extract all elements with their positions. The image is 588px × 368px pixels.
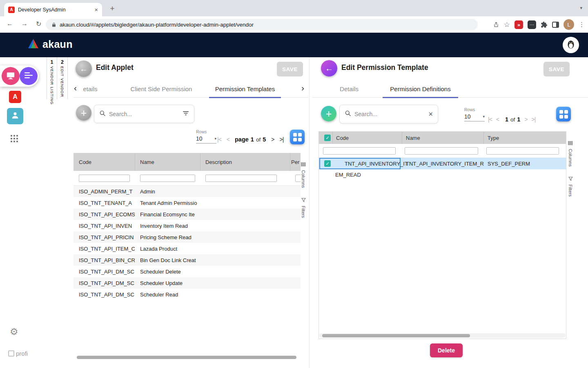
column-header-description[interactable]: Description <box>205 153 232 171</box>
browser-back-icon[interactable]: ← <box>7 20 13 27</box>
table-row[interactable]: ISO_TNT_API_DM_SCScheduler Read <box>74 289 301 300</box>
grid-view-button[interactable] <box>556 107 571 121</box>
back-button[interactable]: ← <box>76 61 92 77</box>
sidepanel-icon[interactable] <box>552 22 559 28</box>
browser-tab[interactable]: A Developer SysAdmin × <box>4 3 102 16</box>
code-filter-input[interactable] <box>79 175 130 182</box>
per-filter-input[interactable] <box>295 175 301 182</box>
table-row[interactable]: ISO_TNT_API_ECOMSFinancial Ecomsync Ite <box>74 209 301 220</box>
tab-scroll-right-icon[interactable]: › <box>301 83 304 93</box>
rows-caret-icon: ▾ <box>483 114 485 119</box>
column-header-name[interactable]: Name <box>140 153 154 171</box>
name-filter-input[interactable] <box>405 147 478 155</box>
table-row[interactable]: ISO_ADMIN_PERM_TAdmin <box>74 186 301 197</box>
permission-definitions-table: ✓ Code Name Type ✓ TNT_API_INVENTORY_IT … <box>318 131 566 339</box>
apps-grid-icon[interactable] <box>11 135 18 142</box>
filters-toggle[interactable]: Filters <box>301 197 306 218</box>
pagination-next-icon[interactable]: > <box>524 116 527 123</box>
tab-details[interactable]: etails <box>80 80 100 98</box>
table-row[interactable]: ISO_TNT_API_PRICINPricing Scheme Read <box>74 231 301 243</box>
pagination-last-icon[interactable]: >| <box>279 136 283 143</box>
column-header-code[interactable]: Code <box>336 132 349 144</box>
name-filter-input[interactable] <box>140 175 195 182</box>
save-button[interactable]: SAVE <box>277 62 303 76</box>
tab-client-side-permission[interactable]: Client Side Permission <box>127 80 196 98</box>
table-row[interactable]: ISO_TNT_API_DM_SCScheduler Delete <box>74 266 301 277</box>
selected-row[interactable]: ✓ TNT_API_INVENTORY_IT TNT_API_INVENTORY… <box>319 158 566 169</box>
description-filter-input[interactable] <box>205 175 277 182</box>
extensions-puzzle-icon[interactable] <box>541 21 548 28</box>
table-row[interactable]: ISO_TNT_API_DM_SCScheduler Update <box>74 277 301 289</box>
profile-checkbox-row[interactable]: profi <box>8 350 31 357</box>
save-button[interactable]: SAVE <box>543 62 570 76</box>
tab-close-icon[interactable]: × <box>94 6 98 13</box>
add-permission-definition-button[interactable]: + <box>321 106 336 121</box>
pagination-first-icon[interactable]: |< <box>488 116 492 123</box>
pagination-prev-icon[interactable]: < <box>496 116 499 123</box>
acrobat-app-icon[interactable]: A <box>9 91 21 103</box>
filters-toggle[interactable]: Filters <box>568 175 573 197</box>
filter-lines-icon[interactable] <box>183 110 189 118</box>
rows-per-page[interactable]: Rows 10 ▾ <box>196 129 216 144</box>
columns-toggle[interactable]: Columns <box>568 140 573 166</box>
search-input[interactable] <box>354 111 425 117</box>
table-header: ✓ Code Name Type <box>319 132 566 144</box>
browser-forward-icon[interactable]: → <box>21 20 28 27</box>
delete-button[interactable]: Delete <box>430 343 463 357</box>
share-icon[interactable] <box>493 21 499 28</box>
horizontal-scrollbar[interactable] <box>322 334 470 337</box>
url-bar[interactable]: akaun.cloud/#/applets/bigledger/akaun-pl… <box>46 19 478 30</box>
menu-fab-button[interactable] <box>20 67 38 85</box>
tab-scroll-left-icon[interactable]: ‹ <box>74 83 77 93</box>
profile-checkbox[interactable] <box>8 350 14 357</box>
pagination-next-icon[interactable]: > <box>271 136 274 143</box>
horizontal-scrollbar[interactable] <box>77 356 296 359</box>
column-header-code[interactable]: Code <box>79 153 91 171</box>
monitor-fab-button[interactable] <box>2 67 20 85</box>
tab-permission-templates[interactable]: Permission Templates <box>209 80 281 98</box>
bookmark-star-icon[interactable]: ☆ <box>504 20 510 29</box>
rows-per-page[interactable]: Rows 10 ▾ <box>464 107 485 121</box>
grid-icon <box>293 133 302 141</box>
pagination-first-icon[interactable]: |< <box>217 136 221 143</box>
select-all-checkbox[interactable]: ✓ <box>324 135 331 141</box>
settings-gear-icon[interactable]: ⚙ <box>10 326 18 337</box>
tab-details[interactable]: Details <box>331 80 368 98</box>
clear-search-icon[interactable]: × <box>428 110 433 119</box>
table-row[interactable]: ISO_TNT_API_BIN_CRBin Gen Doc Link Creat <box>74 254 301 266</box>
type-filter-input[interactable] <box>486 147 559 155</box>
column-header-name[interactable]: Name <box>406 132 420 144</box>
search-input[interactable] <box>109 111 179 117</box>
filter-funnel-icon <box>568 175 573 183</box>
profile-app-icon[interactable] <box>7 108 23 124</box>
pagination-prev-icon[interactable]: < <box>227 136 229 143</box>
table-row[interactable]: ISO_TNT_TENANT_ATenant Admin Permissio <box>74 197 301 209</box>
table-row[interactable]: ISO_TNT_API_INVENInventory Item Read <box>74 220 301 231</box>
rows-label: Rows <box>464 107 485 112</box>
row-name: Financial Ecomsync Ite <box>135 211 195 218</box>
new-tab-button[interactable]: + <box>107 3 118 14</box>
window-chevron-icon[interactable]: ▾ <box>580 5 582 11</box>
browser-menu-icon[interactable]: ⋮ <box>579 21 585 28</box>
tab-permission-definitions[interactable]: Permission Definitions <box>383 80 458 98</box>
pagination-last-icon[interactable]: >| <box>532 116 536 123</box>
column-header-type[interactable]: Type <box>488 132 499 144</box>
user-avatar[interactable] <box>563 37 579 53</box>
code-filter-input[interactable] <box>323 147 396 155</box>
add-permission-template-button[interactable]: + <box>76 105 91 121</box>
extension-dark-icon[interactable]: ⋯ <box>528 20 536 29</box>
browser-reload-icon[interactable]: ↻ <box>36 20 41 28</box>
row-checkbox[interactable]: ✓ <box>324 160 331 167</box>
vendor-listing-vertical-tab[interactable]: 1 VENDOR LISTING <box>47 57 57 99</box>
edit-vendor-vertical-tab[interactable]: 2 EDIT VENDOR <box>57 57 68 99</box>
back-button[interactable]: ← <box>321 60 337 76</box>
column-header-per[interactable]: Per <box>291 153 299 171</box>
columns-toggle[interactable]: Columns <box>301 161 306 188</box>
columns-label: Columns <box>301 170 306 188</box>
grid-view-button[interactable] <box>290 130 305 144</box>
penguin-icon <box>566 39 576 51</box>
browser-profile-avatar[interactable]: L <box>564 19 574 30</box>
extension-red-icon[interactable]: » <box>514 20 523 29</box>
profile-label: profi <box>16 350 28 357</box>
table-row[interactable]: ISO_TNT_API_ITEM_CLazada Product <box>74 243 301 254</box>
